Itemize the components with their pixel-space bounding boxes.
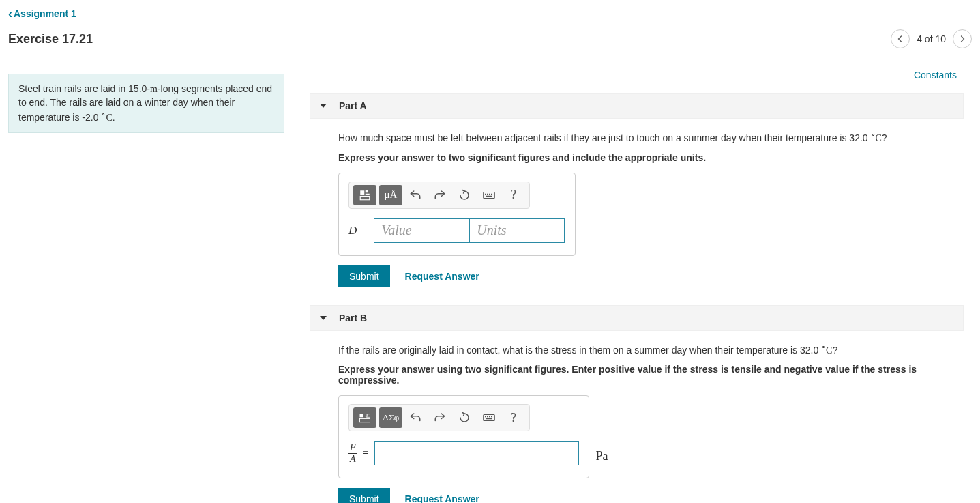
part-a-answer-box: μÅ ? bbox=[338, 173, 576, 256]
part-b-value-input[interactable] bbox=[374, 441, 579, 465]
svg-rect-17 bbox=[489, 416, 490, 418]
equals-sign: = bbox=[363, 447, 369, 459]
constants-link[interactable]: Constants bbox=[914, 70, 957, 81]
part-b-header[interactable]: Part B bbox=[310, 305, 964, 331]
redo-icon bbox=[434, 412, 446, 424]
help-button[interactable]: ? bbox=[502, 185, 525, 205]
svg-rect-1 bbox=[366, 190, 368, 192]
caret-down-icon bbox=[320, 104, 327, 108]
fraction-numerator: F bbox=[348, 443, 357, 454]
part-b-variable-fraction: F A bbox=[348, 443, 357, 464]
undo-icon bbox=[409, 412, 421, 424]
svg-rect-9 bbox=[486, 195, 492, 197]
undo-button[interactable] bbox=[404, 407, 427, 428]
part-b-title: Part B bbox=[339, 313, 367, 324]
page-nav: 4 of 10 bbox=[891, 29, 972, 48]
svg-rect-2 bbox=[366, 193, 370, 195]
chevron-right-icon bbox=[958, 35, 966, 43]
part-b-submit-button[interactable]: Submit bbox=[338, 488, 390, 503]
exercise-title: Exercise 17.21 bbox=[8, 32, 93, 46]
greek-button[interactable]: ΑΣφ bbox=[379, 407, 402, 428]
undo-icon bbox=[409, 189, 421, 201]
part-a-header[interactable]: Part A bbox=[310, 93, 964, 119]
svg-rect-3 bbox=[360, 196, 370, 199]
prev-button[interactable] bbox=[891, 29, 910, 48]
reset-button[interactable] bbox=[453, 407, 476, 428]
part-a-variable: D bbox=[348, 224, 357, 238]
redo-icon bbox=[434, 189, 446, 201]
part-b-question: If the rails are originally laid in cont… bbox=[338, 342, 954, 358]
units-button[interactable]: μÅ bbox=[379, 185, 402, 205]
svg-rect-15 bbox=[485, 416, 486, 418]
chevron-left-icon bbox=[896, 35, 904, 43]
part-a-question: How much space must be left between adja… bbox=[338, 130, 954, 145]
caret-down-icon bbox=[320, 316, 327, 320]
part-a-request-answer-link[interactable]: Request Answer bbox=[405, 271, 479, 282]
svg-rect-7 bbox=[489, 193, 490, 195]
part-a-submit-button[interactable]: Submit bbox=[338, 265, 390, 287]
svg-rect-4 bbox=[484, 192, 495, 198]
part-b-instruction: Express your answer using two significan… bbox=[338, 364, 954, 386]
svg-rect-0 bbox=[360, 190, 364, 195]
next-button[interactable] bbox=[953, 29, 972, 48]
svg-rect-16 bbox=[487, 416, 488, 418]
svg-rect-5 bbox=[485, 193, 486, 195]
templates-button[interactable]: √ bbox=[353, 407, 376, 428]
undo-button[interactable] bbox=[404, 185, 427, 205]
part-a-value-input[interactable] bbox=[374, 218, 469, 243]
svg-rect-6 bbox=[487, 193, 488, 195]
help-button[interactable]: ? bbox=[502, 407, 525, 428]
back-link[interactable]: Assignment 1 bbox=[8, 8, 76, 19]
svg-rect-14 bbox=[484, 415, 495, 421]
page-position: 4 of 10 bbox=[917, 33, 946, 44]
keyboard-icon bbox=[483, 412, 495, 424]
redo-button[interactable] bbox=[428, 185, 451, 205]
equals-sign: = bbox=[362, 225, 368, 237]
reset-icon bbox=[458, 412, 471, 424]
part-b-request-answer-link[interactable]: Request Answer bbox=[405, 493, 479, 503]
svg-rect-18 bbox=[491, 416, 492, 418]
part-b-answer-box: √ ΑΣφ bbox=[338, 395, 589, 478]
fraction-template-icon bbox=[359, 189, 371, 201]
svg-rect-8 bbox=[491, 193, 492, 195]
svg-rect-19 bbox=[486, 418, 492, 420]
problem-statement: Steel train rails are laid in 15.0-m-lon… bbox=[8, 74, 284, 133]
redo-button[interactable] bbox=[428, 407, 451, 428]
part-a-title: Part A bbox=[339, 100, 367, 111]
part-b-toolbar: √ ΑΣφ bbox=[348, 404, 530, 431]
templates-button[interactable] bbox=[353, 185, 376, 205]
part-a-units-input[interactable] bbox=[469, 218, 565, 243]
part-a-toolbar: μÅ ? bbox=[348, 182, 530, 209]
keyboard-button[interactable] bbox=[477, 185, 501, 205]
reset-icon bbox=[458, 189, 471, 201]
math-template-icon: √ bbox=[359, 412, 371, 424]
part-a-instruction: Express your answer to two significant f… bbox=[338, 152, 954, 163]
keyboard-icon bbox=[483, 189, 495, 201]
keyboard-button[interactable] bbox=[477, 407, 501, 428]
reset-button[interactable] bbox=[453, 185, 476, 205]
part-b-unit-label: Pa bbox=[596, 449, 608, 463]
svg-rect-10 bbox=[360, 414, 363, 417]
fraction-denominator: A bbox=[350, 454, 356, 464]
